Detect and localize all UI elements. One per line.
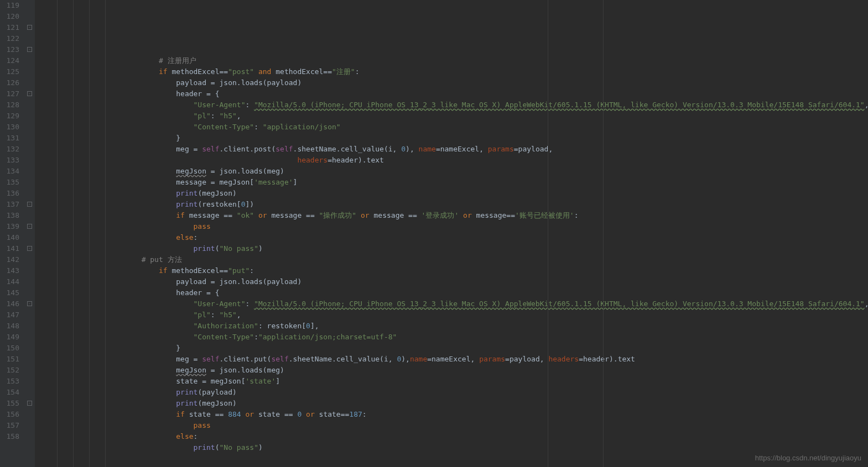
line-number: 138 bbox=[4, 210, 19, 221]
line-number: 128 bbox=[4, 99, 19, 111]
code-line[interactable]: megJson = json.loads(meg) bbox=[107, 365, 868, 376]
line-number: 132 bbox=[4, 144, 19, 155]
code-line[interactable]: "pl": "h5", bbox=[107, 309, 868, 321]
code-line[interactable]: if message == "ok" or message == "操作成功" … bbox=[107, 210, 868, 221]
line-number: 137 bbox=[4, 199, 19, 210]
line-number: 133 bbox=[4, 155, 19, 166]
fold-toggle-icon[interactable]: - bbox=[27, 224, 32, 229]
line-number: 123 bbox=[4, 44, 19, 55]
line-number: 134 bbox=[4, 166, 19, 177]
line-number: 121 bbox=[4, 22, 19, 33]
code-line[interactable] bbox=[107, 453, 868, 464]
code-line[interactable]: print(megJson) bbox=[107, 398, 868, 409]
line-number: 126 bbox=[4, 77, 19, 88]
line-number: 124 bbox=[4, 55, 19, 66]
code-line[interactable]: headers=header).text bbox=[107, 155, 868, 166]
code-line[interactable]: message = megJson['message'] bbox=[107, 177, 868, 188]
code-area[interactable]: # 注册用户 if methodExcel=="post" and method… bbox=[107, 0, 868, 467]
code-line[interactable]: pass bbox=[107, 420, 868, 431]
code-line[interactable]: if methodExcel=="put": bbox=[107, 265, 868, 276]
line-number: 153 bbox=[4, 376, 19, 387]
line-number: 122 bbox=[4, 33, 19, 44]
code-line[interactable]: # put 方法 bbox=[107, 254, 868, 265]
code-line[interactable]: "User-Agent": "Mozilla/5.0 (iPhone; CPU … bbox=[107, 298, 868, 309]
line-number: 156 bbox=[4, 409, 19, 420]
indent-guides bbox=[35, 0, 107, 467]
code-line[interactable]: meg = self.client.put(self.sheetName.cel… bbox=[107, 354, 868, 365]
line-number: 130 bbox=[4, 122, 19, 133]
code-line[interactable]: header = { bbox=[107, 88, 868, 99]
code-line[interactable]: # 注册用户 bbox=[107, 55, 868, 66]
code-editor[interactable]: 1191201211221231241251261271281291301311… bbox=[0, 0, 868, 467]
fold-column[interactable]: -------- bbox=[25, 0, 35, 467]
code-line[interactable]: "Authorization": restoken[0], bbox=[107, 321, 868, 332]
fold-toggle-icon[interactable]: - bbox=[27, 401, 32, 406]
code-line[interactable]: pass bbox=[107, 221, 868, 232]
fold-toggle-icon[interactable]: - bbox=[27, 301, 32, 306]
code-line[interactable]: megJson = json.loads(meg) bbox=[107, 166, 868, 177]
code-line[interactable]: meg = self.client.post(self.sheetName.ce… bbox=[107, 144, 868, 155]
code-line[interactable]: payload = json.loads(payload) bbox=[107, 276, 868, 287]
line-number: 144 bbox=[4, 276, 19, 287]
ruler-1 bbox=[548, 0, 548, 467]
code-line[interactable]: } bbox=[107, 133, 868, 144]
code-line[interactable] bbox=[107, 44, 868, 55]
fold-toggle-icon[interactable]: - bbox=[27, 202, 32, 207]
code-line[interactable]: print(payload) bbox=[107, 387, 868, 398]
fold-toggle-icon[interactable]: - bbox=[27, 47, 32, 52]
fold-toggle-icon[interactable]: - bbox=[27, 246, 32, 251]
line-number: 129 bbox=[4, 111, 19, 122]
line-number: 120 bbox=[4, 11, 19, 22]
code-line[interactable]: "Content-Type": "application/json" bbox=[107, 122, 868, 133]
fold-toggle-icon[interactable]: - bbox=[27, 25, 32, 30]
line-number: 139 bbox=[4, 221, 19, 232]
line-number: 125 bbox=[4, 66, 19, 77]
code-line[interactable]: "pl": "h5", bbox=[107, 111, 868, 122]
line-number: 149 bbox=[4, 332, 19, 343]
code-line[interactable]: print("No pass") bbox=[107, 243, 868, 254]
line-number: 148 bbox=[4, 321, 19, 332]
code-line[interactable]: "User-Agent": "Mozilla/5.0 (iPhone; CPU … bbox=[107, 99, 868, 111]
code-line[interactable]: else: bbox=[107, 431, 868, 442]
code-line[interactable] bbox=[107, 464, 868, 467]
watermark: https://blog.csdn.net/dingyujiaoyu bbox=[755, 453, 861, 464]
line-number-gutter: 1191201211221231241251261271281291301311… bbox=[0, 0, 25, 467]
code-line[interactable]: header = { bbox=[107, 287, 868, 298]
line-number: 157 bbox=[4, 420, 19, 431]
line-number: 119 bbox=[4, 0, 19, 11]
code-line[interactable]: if state == 884 or state == 0 or state==… bbox=[107, 409, 868, 420]
line-number: 142 bbox=[4, 254, 19, 265]
line-number: 135 bbox=[4, 177, 19, 188]
line-number: 150 bbox=[4, 343, 19, 354]
code-line[interactable]: print("No pass") bbox=[107, 442, 868, 453]
line-number: 143 bbox=[4, 265, 19, 276]
code-line[interactable]: state = megJson['state'] bbox=[107, 376, 868, 387]
fold-toggle-icon[interactable]: - bbox=[27, 91, 32, 96]
line-number: 151 bbox=[4, 354, 19, 365]
line-number: 147 bbox=[4, 309, 19, 321]
line-number: 140 bbox=[4, 232, 19, 243]
line-number: 136 bbox=[4, 188, 19, 199]
line-number: 127 bbox=[4, 88, 19, 99]
code-line[interactable]: print(megJson) bbox=[107, 188, 868, 199]
code-line[interactable]: } bbox=[107, 343, 868, 354]
line-number: 146 bbox=[4, 298, 19, 309]
code-line[interactable]: else: bbox=[107, 232, 868, 243]
code-line[interactable]: "Content-Type":"application/json;charset… bbox=[107, 332, 868, 343]
line-number: 145 bbox=[4, 287, 19, 298]
line-number: 141 bbox=[4, 243, 19, 254]
code-line[interactable]: if methodExcel=="post" and methodExcel==… bbox=[107, 66, 868, 77]
line-number: 152 bbox=[4, 365, 19, 376]
line-number: 154 bbox=[4, 387, 19, 398]
line-number: 155 bbox=[4, 398, 19, 409]
line-number: 131 bbox=[4, 133, 19, 144]
line-number: 158 bbox=[4, 431, 19, 442]
code-line[interactable]: payload = json.loads(payload) bbox=[107, 77, 868, 88]
code-line[interactable]: print(restoken[0]) bbox=[107, 199, 868, 210]
ruler-2 bbox=[603, 0, 604, 467]
